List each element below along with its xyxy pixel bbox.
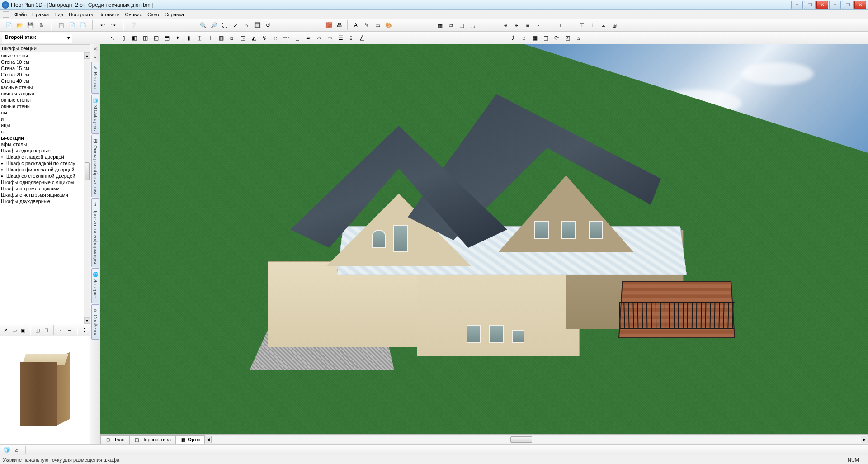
tb-tool-7-icon[interactable]: ▮ [184,33,193,43]
menu-item-5[interactable]: Сервис [123,11,145,18]
tb-tool-10-icon[interactable]: ▥ [216,33,226,43]
menu-item-6[interactable]: Окно [145,11,162,18]
tb-align-8-icon[interactable]: ⊥ [588,20,598,30]
vtab-1[interactable]: 🧊3D-Модель [91,95,99,134]
menu-item-0[interactable]: Файл [12,11,29,18]
tb-clip-2-icon[interactable]: 📑 [78,20,88,30]
sidebar-item-3[interactable]: Стена 20 см [0,71,84,78]
minimize-button[interactable]: ━ [791,1,803,9]
tb-grid-2-icon[interactable]: ◫ [457,20,467,30]
tb-tool-5-icon[interactable]: ⬒ [162,33,172,43]
menu-item-3[interactable]: Построить [66,11,96,18]
tb-zoom-2-icon[interactable]: ⛶ [220,20,230,30]
sidebar-item-10[interactable]: и [0,116,84,122]
tb-tool-9-icon[interactable]: T [205,33,215,43]
tb-tool-3-icon[interactable]: ◫ [140,33,150,43]
vtab-pin-icon[interactable]: « [92,53,99,61]
sidebar-item-16[interactable]: Шкаф с гладкой дверцей [0,154,84,160]
view-tab-0[interactable]: ⊞План [100,435,130,444]
sidebar-scrollbar[interactable]: ▲ ▼ [84,52,90,324]
sidebar-item-14[interactable]: афы-столы [0,141,84,147]
tb-view-6-icon[interactable]: ⌂ [573,33,583,43]
tb-mid-6-icon[interactable]: 🎨 [383,20,393,30]
menu-item-4[interactable]: Вставить [96,11,123,18]
vtab-5[interactable]: ⚙Свойства [91,304,99,340]
tb-view-1-icon[interactable]: ⌂ [519,33,529,43]
tb-align-9-icon[interactable]: ⫠ [599,20,609,30]
tb-tool-23-icon[interactable]: ⎳ [357,33,367,43]
tb-tool-8-icon[interactable]: ⌶ [194,33,204,43]
tb-align-4-icon[interactable]: ⫟ [544,20,554,30]
model-icon-2[interactable]: ⌂ [13,446,21,454]
scroll-down-button[interactable]: ▼ [84,317,90,324]
tb-tool-22-icon[interactable]: ⧮ [346,33,356,43]
sidebar-item-21[interactable]: Шкафы с тремя ящиками [0,185,84,192]
horizontal-scrollbar[interactable]: ◀ ▶ [204,436,868,444]
sidebar-item-8[interactable]: овные стены [0,103,84,109]
view-tab-2[interactable]: ▦Орто [175,435,205,444]
restore-button[interactable]: ❐ [842,1,854,9]
sidebar-item-7[interactable]: онные стены [0,97,84,103]
vtab-4[interactable]: 🌐Интернет [91,268,99,303]
tb-tool-17-icon[interactable]: ⎯ [292,33,302,43]
side-tb-2-icon[interactable]: ▣ [19,326,27,334]
viewport-3d[interactable] [100,44,868,434]
side-tb-7-icon[interactable]: ⫞ [57,326,65,334]
sidebar-item-19[interactable]: Шкаф со стеклянной дверцей [0,173,84,179]
tb-align-10-icon[interactable]: ⩐ [609,20,619,30]
sidebar-item-11[interactable]: ицы [0,122,84,128]
tb-file-1-icon[interactable]: 📂 [14,20,24,30]
tb-undo-0-icon[interactable]: ↶ [98,20,108,30]
menu-item-7[interactable]: Справка [162,11,187,18]
tb-view-0-icon[interactable]: ⤴ [508,33,518,43]
tb-tool-0-icon[interactable]: ↖ [108,33,118,43]
sidebar-item-1[interactable]: Стена 10 см [0,59,84,65]
tb-align-0-icon[interactable]: ⪪ [501,20,511,30]
menu-item-1[interactable]: Правка [29,11,52,18]
sidebar-item-15[interactable]: Шкафы однодверные [0,147,84,154]
tb-tool-6-icon[interactable]: ✦ [173,33,183,43]
side-tb-1-icon[interactable]: ▭ [10,326,18,334]
tb-zoom-4-icon[interactable]: ⌂ [241,20,251,30]
tb-clip-0-icon[interactable]: 📋 [56,20,66,30]
tb-clip-1-icon[interactable]: 📄 [67,20,77,30]
tb-file-2-icon[interactable]: 💾 [25,20,35,30]
tb-view-5-icon[interactable]: ◰ [562,33,572,43]
side-tb-5-icon[interactable]: ⎕ [43,326,50,334]
tb-tool-19-icon[interactable]: ▱ [314,33,324,43]
sidebar-item-5[interactable]: касные стены [0,84,84,90]
tb-align-7-icon[interactable]: ⊤ [577,20,587,30]
sidebar-item-9[interactable]: ны [0,109,84,116]
tb-mid-4-icon[interactable]: ✎ [362,20,372,30]
scroll-up-button[interactable]: ▲ [84,52,90,59]
tb-tool-16-icon[interactable]: 〰 [281,33,291,43]
sidebar-list[interactable]: овые стеныСтена 10 смСтена 15 смСтена 20… [0,52,84,324]
scroll-thumb[interactable] [85,162,90,180]
floor-selector[interactable]: Второй этаж [2,33,72,43]
tb-align-6-icon[interactable]: ⟘ [566,20,576,30]
sidebar-item-22[interactable]: Шкафы с четырьмя ящиками [0,192,84,198]
tb-mid-3-icon[interactable]: A [351,20,361,30]
tb-tool-11-icon[interactable]: ⧈ [227,33,237,43]
maximize-button[interactable]: ❐ [804,1,816,9]
tb-tool-15-icon[interactable]: ⎌ [270,33,280,43]
tb-undo-1-icon[interactable]: ↷ [108,20,118,30]
tb-zoom-6-icon[interactable]: ↺ [263,20,273,30]
side-tb-4-icon[interactable]: ◫ [34,326,41,334]
hscroll-left-button[interactable]: ◀ [204,436,212,443]
mdi-close-button[interactable]: ✕ [816,1,828,9]
tb-zoom-5-icon[interactable]: 🔲 [252,20,262,30]
tb-view-2-icon[interactable]: ▦ [530,33,540,43]
model-icon-1[interactable]: 🧊 [3,446,11,454]
tb-align-2-icon[interactable]: ≡ [523,20,533,30]
side-tb-8-icon[interactable]: ⫟ [66,326,73,334]
minimize2-button[interactable]: ━ [829,1,841,9]
tb-view-4-icon[interactable]: ⟳ [552,33,561,43]
tb-file-3-icon[interactable]: 🖶 [36,20,46,30]
menu-item-2[interactable]: Вид [52,11,66,18]
sidebar-item-2[interactable]: Стена 15 см [0,65,84,71]
sidebar-item-6[interactable]: пичная кладка [0,90,84,97]
tb-tool-12-icon[interactable]: ◳ [238,33,248,43]
vtab-2[interactable]: 🖼Фильтр изображения [91,135,99,197]
tb-mid-1-icon[interactable]: 🖶 [335,20,344,30]
